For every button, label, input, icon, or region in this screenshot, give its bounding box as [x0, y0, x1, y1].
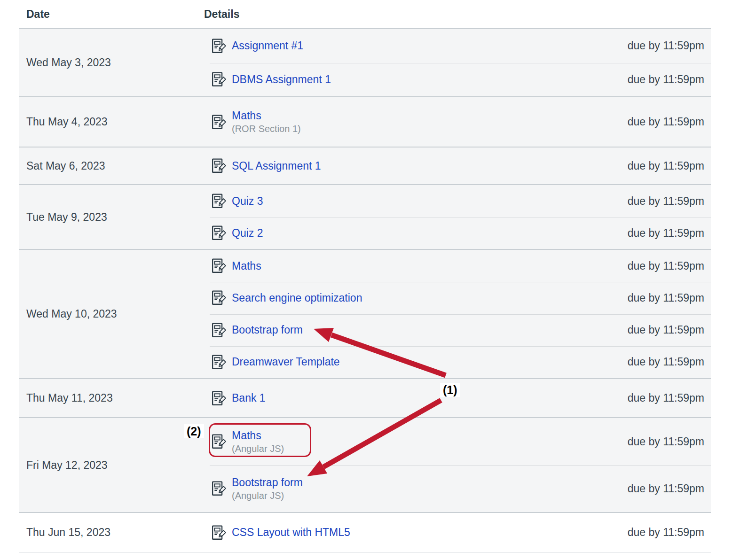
due-time: due by 11:59pm: [628, 195, 711, 208]
date-label: Sat May 6, 2023: [26, 160, 105, 172]
assignment-row: DBMS Assignment 1 due by 11:59pm: [203, 63, 711, 97]
assignment-link[interactable]: CSS Layout with HTML5: [232, 526, 350, 539]
assignment-row: Quiz 2 due by 11:59pm: [203, 217, 711, 249]
date-cell: Wed May 3, 2023: [19, 29, 203, 96]
due-time: due by 11:59pm: [628, 324, 711, 336]
assignment-icon: [212, 225, 226, 241]
assignment-icon: [212, 71, 226, 87]
due-time: due by 11:59pm: [628, 392, 711, 404]
assignment-row: Search engine optimization due by 11:59p…: [203, 282, 711, 314]
assignment-row: Maths due by 11:59pm: [203, 250, 711, 282]
date-label: Fri May 12, 2023: [26, 459, 108, 472]
date-label: Wed May 3, 2023: [26, 56, 111, 69]
assignment-row: Maths (ROR Section 1) due by 11:59pm: [203, 97, 711, 147]
due-time: due by 11:59pm: [628, 260, 711, 272]
date-group: Fri May 12, 2023 Maths (Angular JS) due …: [19, 417, 711, 512]
assignment-icon: [212, 525, 226, 541]
due-time: due by 11:59pm: [628, 39, 711, 52]
date-label: Thu Jun 15, 2023: [26, 526, 110, 539]
assignment-context: (ROR Section 1): [232, 123, 301, 135]
assignment-link[interactable]: Dreamwaver Template: [232, 355, 340, 369]
assignment-link[interactable]: Quiz 2: [232, 226, 263, 240]
due-time: due by 11:59pm: [628, 73, 711, 86]
date-cell: Sat May 6, 2023: [19, 148, 203, 184]
assignment-icon: [212, 258, 226, 274]
date-group: Wed May 10, 2023 Maths due by 11:59pm Se…: [19, 249, 711, 378]
date-cell: Tue May 9, 2023: [19, 185, 203, 249]
date-label: Wed May 10, 2023: [26, 308, 117, 320]
date-group: Wed May 3, 2023 Assignment #1 due by 11:…: [19, 29, 711, 96]
assignment-icon: [212, 158, 226, 174]
assignment-link[interactable]: Bootstrap form: [232, 476, 303, 489]
due-time: due by 11:59pm: [628, 482, 711, 495]
due-time: due by 11:59pm: [628, 292, 711, 304]
assignment-context: (Angular JS): [232, 489, 303, 502]
assignment-link[interactable]: DBMS Assignment 1: [232, 73, 331, 86]
assignment-row: Assignment #1 due by 11:59pm: [203, 29, 711, 63]
due-time: due by 11:59pm: [628, 435, 711, 448]
assignment-link[interactable]: Maths: [232, 109, 301, 123]
assignment-link[interactable]: Maths: [232, 429, 284, 443]
assignment-row: CSS Layout with HTML5 due by 11:59pm: [203, 513, 711, 552]
syllabus-table: Date Details Wed May 3, 2023 Assignment …: [19, 0, 711, 552]
date-group: Thu May 11, 2023 Bank 1 due by 11:59pm: [19, 378, 711, 417]
assignment-row-arrow-target-1: Bootstrap form due by 11:59pm: [203, 314, 711, 346]
assignment-link[interactable]: SQL Assignment 1: [232, 159, 321, 173]
assignment-icon: [212, 322, 226, 338]
assignment-row: SQL Assignment 1 due by 11:59pm: [203, 148, 711, 184]
assignment-link[interactable]: Quiz 3: [232, 194, 263, 208]
assignment-link[interactable]: Bank 1: [232, 391, 266, 405]
assignment-icon: [212, 354, 226, 370]
date-cell: Thu May 4, 2023: [19, 97, 203, 147]
date-cell: Thu May 11, 2023: [19, 379, 203, 417]
assignment-link[interactable]: Assignment #1: [232, 39, 303, 53]
assignment-row: Bank 1 due by 11:59pm: [203, 379, 711, 417]
date-cell: Fri May 12, 2023: [19, 418, 203, 512]
assignment-icon: [212, 290, 226, 306]
due-time: due by 11:59pm: [628, 227, 711, 240]
date-label: Thu May 11, 2023: [26, 392, 113, 404]
due-time: due by 11:59pm: [628, 526, 711, 539]
due-time: due by 11:59pm: [628, 356, 711, 368]
date-group: Sat May 6, 2023 SQL Assignment 1 due by …: [19, 147, 711, 184]
assignment-icon: [212, 38, 226, 54]
due-time: due by 11:59pm: [628, 116, 711, 128]
date-group: Thu May 4, 2023 Maths (ROR Section 1) du…: [19, 96, 711, 147]
column-header-details: Details: [203, 8, 711, 21]
assignment-link[interactable]: Bootstrap form: [232, 323, 303, 337]
assignment-row-highlighted: Maths (Angular JS) due by 11:59pm: [203, 418, 711, 465]
assignment-context: (Angular JS): [232, 443, 284, 455]
assignment-icon: [212, 481, 226, 497]
assignment-row: Dreamwaver Template due by 11:59pm: [203, 346, 711, 378]
due-time: due by 11:59pm: [628, 160, 711, 172]
column-header-date: Date: [19, 8, 203, 21]
assignment-row-arrow-target-2: Bootstrap form (Angular JS) due by 11:59…: [203, 465, 711, 512]
assignment-icon: [212, 114, 226, 130]
assignment-row: Quiz 3 due by 11:59pm: [203, 185, 711, 217]
date-group: Thu Jun 15, 2023 CSS Layout with HTML5 d…: [19, 512, 711, 552]
date-label: Tue May 9, 2023: [26, 211, 107, 224]
assignment-link[interactable]: Search engine optimization: [232, 291, 362, 305]
assignment-icon: [212, 434, 226, 450]
date-cell: Wed May 10, 2023: [19, 250, 203, 378]
assignment-link[interactable]: Maths: [232, 259, 261, 273]
date-cell: Thu Jun 15, 2023: [19, 513, 203, 552]
assignment-icon: [212, 390, 226, 406]
date-label: Thu May 4, 2023: [26, 116, 108, 128]
date-group: Tue May 9, 2023 Quiz 3 due by 11:59pm Qu…: [19, 184, 711, 249]
assignment-icon: [212, 193, 226, 209]
table-header: Date Details: [19, 0, 711, 29]
